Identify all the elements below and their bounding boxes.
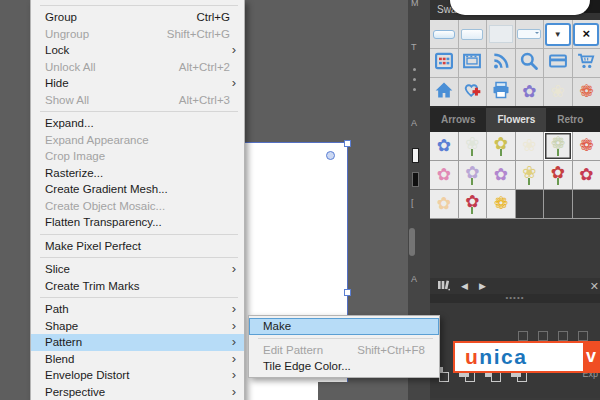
panel-drag-handle[interactable]: ••••• xyxy=(430,294,600,303)
menu-item-label: Show All xyxy=(45,94,89,106)
menu-item-rasterize[interactable]: Rasterize... xyxy=(31,165,244,182)
rose-red-icon: ✿ xyxy=(579,167,593,183)
tool-icon[interactable] xyxy=(538,331,548,341)
tab-flowers[interactable]: Flowers xyxy=(486,108,546,132)
symbol-libraries-icon[interactable] xyxy=(437,278,450,294)
symbol-cell-rss-icon[interactable] xyxy=(487,49,515,77)
menu-item-create-object-mosaic[interactable]: Create Object Mosaic... xyxy=(31,198,244,215)
menu-item-perspective[interactable]: Perspective› xyxy=(31,384,244,400)
symbol-cell-card-icon[interactable] xyxy=(544,49,572,77)
calendar-icon xyxy=(434,51,454,75)
flower-white-icon: ❀ xyxy=(551,84,565,100)
flower-symbol-daffodil[interactable]: ❀ xyxy=(516,161,544,189)
home-icon xyxy=(434,80,454,104)
menu-separator xyxy=(40,297,238,298)
empty-cell xyxy=(516,190,544,218)
menu-item-expand[interactable]: Expand... xyxy=(31,115,244,132)
menu-item-make-pixel-perfect[interactable]: Make Pixel Perfect xyxy=(31,238,244,255)
tool-icon[interactable] xyxy=(518,331,528,341)
menu-separator xyxy=(40,111,238,112)
menu-item-ungroup[interactable]: UngroupShift+Ctrl+G xyxy=(31,26,244,43)
symbol-cell-cart-icon[interactable] xyxy=(573,49,600,77)
menu-item-create-gradient-mesh[interactable]: Create Gradient Mesh... xyxy=(31,181,244,198)
menu-item-edit-pattern[interactable]: Edit PatternShift+Ctrl+F8 xyxy=(249,342,439,359)
menu-item-blend[interactable]: Blend› xyxy=(31,351,244,368)
dock-panel-glyph: M xyxy=(411,0,419,8)
symbol-cell-bar-widget[interactable] xyxy=(430,20,458,48)
flower-symbol-rose-red[interactable]: ✿ xyxy=(573,161,600,189)
prev-library-icon[interactable]: ◀ xyxy=(461,278,468,294)
flower-symbol-tulip-yellow[interactable]: ✿ xyxy=(487,132,515,160)
anchor-handle-right-mid[interactable] xyxy=(344,289,351,296)
tool-icon[interactable] xyxy=(558,331,568,341)
symbol-cell-heart-cross-icon[interactable] xyxy=(459,78,487,106)
flower-symbol-aster-blue[interactable]: ✿ xyxy=(430,132,458,160)
tool-icon[interactable] xyxy=(578,331,588,341)
menu-item-tile-edge-color[interactable]: Tile Edge Color... xyxy=(249,358,439,375)
flower-symbol-snowdrop[interactable]: ❀ xyxy=(459,132,487,160)
menu-item-label: Blend xyxy=(45,353,74,365)
menu-item-hide[interactable]: Hide› xyxy=(31,75,244,92)
symbol-cell-calendar-icon[interactable] xyxy=(430,49,458,77)
unica-logo: unica v xyxy=(455,343,600,371)
submenu-arrow-icon: › xyxy=(232,321,238,331)
menu-item-flatten-transparency[interactable]: Flatten Transparency... xyxy=(31,214,244,231)
flower-symbol-rose-peach[interactable]: ✿ xyxy=(430,190,458,218)
symbol-cell-close-button[interactable]: × xyxy=(573,20,600,48)
field-widget xyxy=(461,29,483,40)
symbol-cell-search-icon[interactable] xyxy=(516,49,544,77)
symbol-cell-flower-purple[interactable]: ✿ xyxy=(516,78,544,106)
flower-symbol-dandelion[interactable]: ❁ xyxy=(544,132,572,160)
aster-blue-icon: ✿ xyxy=(437,138,451,154)
symbol-cell-field-widget[interactable] xyxy=(459,20,487,48)
panel-footer: ◀ ▶ ✕ xyxy=(430,278,600,294)
menu-item-label: Hide xyxy=(45,77,69,89)
menu-item-group[interactable]: GroupCtrl+G xyxy=(31,9,244,26)
flower-stem xyxy=(471,178,473,185)
flower-symbol-sunflower[interactable]: ❁ xyxy=(487,190,515,218)
tab-arrows[interactable]: Arrows xyxy=(430,108,486,132)
symbol-cell-combo-widget[interactable] xyxy=(516,20,544,48)
menu-item-label: Group xyxy=(45,11,77,23)
anchor-handle-top-right[interactable] xyxy=(344,140,351,147)
menu-item-label: Lock xyxy=(45,44,69,56)
symbol-cell-dropdown-button[interactable]: ▼ xyxy=(544,20,572,48)
menu-item-pattern[interactable]: Pattern› xyxy=(31,334,244,351)
menu-item-expand-appearance[interactable]: Expand Appearance xyxy=(31,132,244,149)
panel-footer-cut-icon[interactable]: ✕ xyxy=(590,280,599,293)
menu-item-show-all[interactable]: Show AllAlt+Ctrl+3 xyxy=(31,92,244,109)
symbol-cell-filmstrip-icon[interactable] xyxy=(459,49,487,77)
menu-separator xyxy=(40,234,238,235)
flower-symbol-daisy-white[interactable]: ❀ xyxy=(516,132,544,160)
illustrator-screen: MTA[A Swatch ▼×✿❀❁ Arrows Flowers Retro … xyxy=(0,0,600,400)
scrollbar-thumb[interactable] xyxy=(409,228,415,256)
menu-item-unlock-all[interactable]: Unlock AllAlt+Ctrl+2 xyxy=(31,59,244,76)
symbol-cell-flower-white[interactable]: ❀ xyxy=(544,78,572,106)
menu-item-label: Slice xyxy=(45,263,70,275)
menu-item-crop-image[interactable]: Crop Image xyxy=(31,148,244,165)
menu-item-label: Rasterize... xyxy=(45,167,103,179)
flower-stem xyxy=(557,149,559,156)
menu-item-lock[interactable]: Lock› xyxy=(31,42,244,59)
menu-item-slice[interactable]: Slice› xyxy=(31,261,244,278)
dropdown-arrow-icon: ▼ xyxy=(545,23,571,46)
next-library-icon[interactable]: ▶ xyxy=(479,278,486,294)
flower-symbol-gerbera-red[interactable]: ❁ xyxy=(573,132,600,160)
menu-item-shape[interactable]: Shape› xyxy=(31,318,244,335)
symbol-cell-flower-red[interactable]: ❁ xyxy=(573,78,600,106)
menu-item-create-trim-marks[interactable]: Create Trim Marks xyxy=(31,278,244,295)
symbol-cell-printer-icon[interactable] xyxy=(487,78,515,106)
flower-symbol-iris[interactable]: ✿ xyxy=(459,161,487,189)
menu-item-envelope-distort[interactable]: Envelope Distort› xyxy=(31,367,244,384)
flower-symbol-pink-flower[interactable]: ✿ xyxy=(430,161,458,189)
menu-item-path[interactable]: Path› xyxy=(31,301,244,318)
menu-item-make[interactable]: Make xyxy=(249,318,439,335)
symbol-cell-home-icon[interactable] xyxy=(430,78,458,106)
bar-widget xyxy=(433,30,455,39)
flower-symbol-waterlily[interactable]: ✿ xyxy=(487,161,515,189)
menu-item-shortcut: Shift+Ctrl+G xyxy=(167,28,238,40)
flower-symbol-rosebud[interactable]: ✿ xyxy=(459,190,487,218)
tab-retro[interactable]: Retro xyxy=(546,108,594,132)
flower-symbol-red-bloom[interactable]: ✿ xyxy=(544,161,572,189)
symbol-cell-blank-widget[interactable] xyxy=(487,20,515,48)
